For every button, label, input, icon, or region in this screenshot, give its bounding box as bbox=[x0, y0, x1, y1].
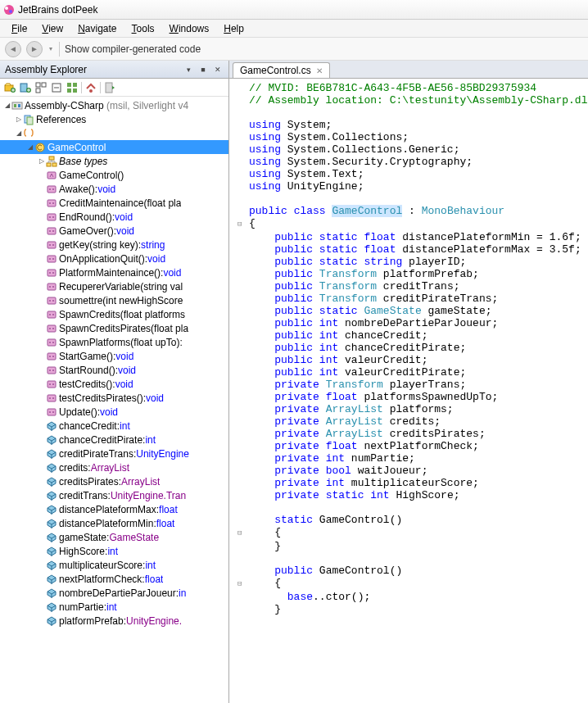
svg-rect-19 bbox=[18, 104, 20, 107]
toolbar: ◄ ► ▾ Show compiler-generated code bbox=[0, 38, 588, 61]
tree-row[interactable]: credits:ArrayList bbox=[0, 460, 228, 474]
tree-row[interactable]: SpawnPlatforms(float upTo): bbox=[0, 335, 228, 349]
tree-row[interactable]: platformPrefab:UnityEngine. bbox=[0, 614, 228, 628]
svg-point-58 bbox=[49, 328, 51, 329]
expand-icon[interactable] bbox=[34, 81, 47, 94]
panel-close-icon[interactable]: ✕ bbox=[212, 64, 224, 75]
open-icon[interactable] bbox=[3, 81, 16, 94]
svg-point-49 bbox=[49, 286, 51, 288]
tree-row[interactable]: creditPirateTrans:UnityEngine bbox=[0, 447, 228, 460]
tab-label: GameControl.cs bbox=[240, 65, 311, 76]
svg-point-2 bbox=[9, 10, 12, 13]
tree-row[interactable]: GameControl() bbox=[0, 168, 228, 182]
nav-forward-button[interactable]: ► bbox=[26, 41, 43, 57]
tree-row[interactable]: distancePlateformMax:float bbox=[0, 502, 228, 516]
menu-tools[interactable]: Tools bbox=[125, 21, 161, 36]
svg-point-74 bbox=[52, 397, 54, 399]
tree-row[interactable]: SpawnCredits(float platforms bbox=[0, 307, 228, 321]
menu-help[interactable]: Help bbox=[217, 21, 251, 36]
tree-row[interactable]: ◢Assembly-CSharp (msil, Silverlight v4 bbox=[0, 98, 228, 112]
panel-toolbar bbox=[0, 79, 228, 97]
svg-rect-7 bbox=[36, 83, 40, 87]
svg-rect-16 bbox=[106, 83, 112, 93]
tree-row[interactable]: distancePlateformMin:float bbox=[0, 516, 228, 530]
tree-row[interactable]: nextPlatformCheck:float bbox=[0, 572, 228, 586]
svg-rect-30 bbox=[47, 200, 56, 206]
svg-point-50 bbox=[52, 286, 54, 288]
svg-point-70 bbox=[49, 383, 51, 385]
toolbar-action[interactable]: Show compiler-generated code bbox=[65, 43, 201, 55]
tree-row[interactable]: CreditMaintenaince(float pla bbox=[0, 196, 228, 210]
tabstrip: GameControl.cs ✕ bbox=[229, 61, 588, 79]
filter-icon[interactable] bbox=[84, 81, 97, 94]
svg-rect-45 bbox=[47, 270, 56, 276]
tree-row[interactable]: creditTrans:UnityEngine.Tran bbox=[0, 488, 228, 502]
svg-point-41 bbox=[52, 244, 54, 246]
svg-point-0 bbox=[4, 5, 14, 15]
tree-row[interactable]: creditsPirates:ArrayList bbox=[0, 474, 228, 488]
menu-windows[interactable]: Windows bbox=[163, 21, 216, 36]
svg-point-65 bbox=[52, 356, 54, 357]
tree-row[interactable]: numPartie:int bbox=[0, 600, 228, 614]
tree-row[interactable]: ▷References bbox=[0, 112, 228, 126]
svg-rect-69 bbox=[47, 381, 56, 388]
tree-row[interactable]: chanceCreditPirate:int bbox=[0, 433, 228, 447]
svg-point-40 bbox=[49, 244, 51, 246]
tree-row[interactable]: multiplicateurScore:int bbox=[0, 558, 228, 572]
svg-rect-9 bbox=[36, 88, 40, 93]
tab-close-icon[interactable]: ✕ bbox=[316, 66, 323, 75]
assembly-explorer-panel: Assembly Explorer ▾ ■ ✕ ◢Assembly-CSharp… bbox=[0, 61, 229, 703]
svg-point-37 bbox=[49, 230, 51, 232]
svg-rect-11 bbox=[67, 83, 71, 87]
menu-file[interactable]: File bbox=[5, 21, 34, 36]
tree-row[interactable]: ◢GameControl bbox=[0, 140, 228, 154]
tree-row[interactable]: Awake():void bbox=[0, 182, 228, 196]
code-editor[interactable]: // MVID: BE6B781C-A643-4F5B-AE56-85BD293… bbox=[229, 79, 588, 703]
group-icon[interactable] bbox=[66, 81, 79, 94]
tree-row[interactable]: StartGame():void bbox=[0, 349, 228, 363]
tree-row[interactable]: PlatformMaintenaince():void bbox=[0, 265, 228, 279]
menu-navigate[interactable]: Navigate bbox=[71, 21, 123, 36]
menu-view[interactable]: View bbox=[35, 21, 70, 36]
svg-point-77 bbox=[52, 411, 54, 413]
svg-rect-39 bbox=[47, 242, 56, 248]
nav-back-button[interactable]: ◄ bbox=[5, 41, 21, 57]
tree-row[interactable]: RecupererVariable(string val bbox=[0, 279, 228, 293]
svg-point-59 bbox=[52, 328, 54, 329]
tree-row[interactable]: OnApplicationQuit():void bbox=[0, 252, 228, 265]
svg-point-44 bbox=[52, 258, 54, 260]
export-icon[interactable] bbox=[103, 81, 116, 94]
tree-row[interactable]: getKey(string key):string bbox=[0, 238, 228, 252]
panel-title: Assembly Explorer bbox=[5, 64, 87, 75]
tree-row[interactable]: SpawnCreditsPirates(float pla bbox=[0, 321, 228, 335]
svg-rect-48 bbox=[47, 283, 56, 290]
svg-point-56 bbox=[52, 314, 54, 315]
tree-row[interactable]: chanceCredit:int bbox=[0, 419, 228, 433]
tree-row[interactable]: EndRound():void bbox=[0, 210, 228, 224]
tree-row[interactable]: Update():void bbox=[0, 405, 228, 419]
tree-row[interactable]: StartRound():void bbox=[0, 363, 228, 377]
nav-history-dropdown-icon[interactable]: ▾ bbox=[47, 45, 54, 52]
panel-dropdown-icon[interactable]: ▾ bbox=[183, 64, 194, 75]
tree-row[interactable]: ◢ bbox=[0, 126, 228, 140]
tree-row[interactable]: soumettre(int newHighScore bbox=[0, 293, 228, 307]
collapse-icon[interactable] bbox=[50, 81, 63, 94]
titlebar: JetBrains dotPeek bbox=[0, 0, 588, 20]
assembly-tree[interactable]: ◢Assembly-CSharp (msil, Silverlight v4▷R… bbox=[0, 97, 228, 703]
svg-rect-8 bbox=[42, 83, 46, 87]
panel-pin-icon[interactable]: ■ bbox=[197, 64, 209, 75]
svg-rect-66 bbox=[47, 367, 56, 374]
tree-row[interactable]: testCreditsPirates():void bbox=[0, 391, 228, 405]
svg-point-35 bbox=[52, 216, 54, 218]
tree-row[interactable]: ▷Base types bbox=[0, 154, 228, 168]
svg-rect-36 bbox=[47, 228, 56, 234]
svg-rect-12 bbox=[73, 83, 77, 87]
tree-row[interactable]: GameOver():void bbox=[0, 224, 228, 238]
tree-row[interactable]: testCredits():void bbox=[0, 377, 228, 391]
add-reference-icon[interactable] bbox=[19, 81, 32, 94]
tree-row[interactable]: nombreDePartieParJoueur:in bbox=[0, 586, 228, 600]
tab-gamecontrol[interactable]: GameControl.cs ✕ bbox=[233, 62, 330, 78]
tree-row[interactable]: HighScore:int bbox=[0, 544, 228, 558]
tree-row[interactable]: gameState:GameState bbox=[0, 530, 228, 544]
svg-point-29 bbox=[52, 188, 54, 190]
